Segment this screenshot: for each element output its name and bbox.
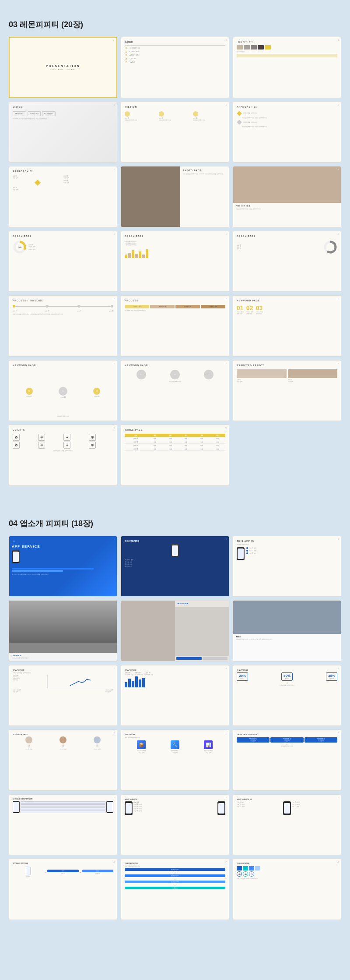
diamond-gray-1 <box>237 120 242 124</box>
ui-detail-heading: UI DETAIL OR WIREFRAME <box>13 798 113 800</box>
section-separator <box>9 499 341 508</box>
wireframe-box-3 <box>21 807 105 810</box>
graph3-content: 항목 01 항목 02 항목 03 <box>237 240 337 255</box>
index-item-1: 01 소개자료현황 <box>125 47 225 50</box>
slide-9-photo2[interactable]: 9 사진 소개 글문 내용을 입력해주세요 내용을 입력해주세요 <box>233 166 341 227</box>
swatch-1 <box>237 45 243 50</box>
slide-app-8-graph2[interactable]: 8 GRAPH PAGE 소제목 01 이 자리에 내용 소제목 02 이 자리… <box>121 665 229 726</box>
design-icon-2: ⊗ <box>243 871 248 877</box>
timeline-dots <box>13 305 113 308</box>
slide-app-14-mainservice[interactable]: 14 MAIN SERVICE 기능 목록 기능 01 - 설명 기능 02 -… <box>121 794 229 856</box>
section2-title: 04 앱소개 피피티 (18장) <box>9 518 341 529</box>
bar-chart <box>125 247 225 258</box>
slide-19-clients[interactable]: 19 CLIENTS ✿ ❈ ✦ ❋ ✿ ❈ ✦ ❋ 클라이언트 소개를 입력해… <box>9 425 117 486</box>
interview-heading: INTERVIEW PAGE <box>13 733 113 736</box>
interview-avatars: 이름 직책 인터뷰 내용 이름 직책 인터뷰 내용 이름 직책 인터뷰 내용 <box>13 736 113 750</box>
pct1-value: 20% <box>239 674 246 678</box>
timeline-labels: 단계 01 단계 02 단계 03 단계 04 <box>13 310 113 312</box>
slide-13-timeline[interactable]: 13 PROCESS / TIMELINE 단계 01 단계 02 단계 03 … <box>9 295 117 357</box>
slide-app-12-problem[interactable]: 12 PROBLEM & STRATEGY PROBLEM 01내용 입력 PR… <box>233 729 341 791</box>
index-item-2: 02 KEYWORD <box>125 50 225 53</box>
slide-2-index[interactable]: 2 INDEX 01 소개자료현황 02 KEYWORD 03 ABOUT US… <box>121 37 229 98</box>
slide-app-7-graph1[interactable]: 7 GRAPH PAGE 그래프 소제목을 입력해주세요 소제목 01 내용을 … <box>9 665 117 726</box>
effect-photo-2 <box>288 369 338 378</box>
slide-8-photo1[interactable]: 8 PHOTO PAGE 사진 설명을 입력해주세요. 이 자리에 사진에 대한… <box>121 166 229 227</box>
slide-app-13-ui[interactable]: 13 UI DETAIL OR WIREFRAME <box>9 794 117 856</box>
avatar-2 <box>60 736 66 743</box>
slide-20-table[interactable]: 20 TABLE PAGE 구분 001 002 003 004 005 항목 … <box>121 425 229 486</box>
swatch-5 <box>265 45 271 50</box>
keyfigure-heading: KEY FIGURE <box>125 733 225 736</box>
process-steps: 프로세스 01 프로세스 02 프로세스 03 프로세스 04 <box>125 305 225 308</box>
section1-grid: 1 PRESENTATION TANGTANG COMPANY 2 INDEX … <box>9 37 341 486</box>
line-chart-svg <box>48 675 113 688</box>
approach01-content: 항목 제목을 입력하세요 내용을 입력해주세요 내용을 입력해주세요 항목 제목… <box>237 111 337 127</box>
client-icon-8: ❋ <box>89 442 96 449</box>
slide-15-keyword1[interactable]: 15 KEYWORD PAGE 01 키워드 제목 설명 내용 02 키워드 제… <box>233 295 341 357</box>
design-icon-1: ⊕ <box>237 871 242 877</box>
effect-content: 소제목 내용 입력 소제목 내용 입력 <box>237 369 337 382</box>
phone-contents <box>171 544 179 557</box>
slide-17-keyword3[interactable]: 17 KEYWORD PAGE K1 K2 K3 내용을 입력해주세요 <box>121 360 229 421</box>
slide-5-mission[interactable]: 5 MISSION 미션 01 내용을 입력해주세요 미션 02 내용을 입력해… <box>121 102 229 163</box>
blue-bar-chart <box>125 676 225 687</box>
slide-app-11-keyfigure[interactable]: 11 KEY FIGURE 핵심 수치를 입력해주세요 📦 KEY FIGURE… <box>121 729 229 791</box>
slide-16-keyword2[interactable]: 16 KEYWORD PAGE K1 키워드01 K2 키워드02 K3 키워드… <box>9 360 117 421</box>
slide-12-graph3[interactable]: 12 GRAPH PAGE 항목 01 항목 02 항목 03 <box>233 231 341 292</box>
slide-11-graph2[interactable]: 11 GRAPH PAGE ● 항목을 입력하세요 ● 항목을 입력하세요 ● … <box>121 231 229 292</box>
graph2-heading: GRAPH PAGE <box>125 235 225 237</box>
slide-app-10-interview[interactable]: 10 INTERVIEW PAGE 이름 직책 인터뷰 내용 이름 직책 인터뷰… <box>9 729 117 791</box>
phone-service-1 <box>125 801 133 815</box>
slide-app-6-photo3[interactable]: TITLE 내용을 입력해주세요 이 자리에 사진에 대한 설명을 입력하세요 <box>233 600 341 662</box>
design-color-2 <box>243 866 248 870</box>
slide-app-1-title[interactable]: 1 APP SERVICE 앱 서비스 소개를 입력해주세요 이 자리에 내용을… <box>9 536 117 597</box>
mission-icon-1 <box>125 111 130 117</box>
mission-heading: MISSION <box>125 106 225 108</box>
slide-app-3-this-app[interactable]: 3 THIS APP IS 이 앱은 무엇인가요? 기능 01 설명 기능 02… <box>233 536 341 597</box>
key-figure-icon-1: 📦 <box>137 740 146 749</box>
app-process-heading: APP MAIN PROCESS <box>13 863 113 864</box>
problem-boxes: PROBLEM 01내용 입력 PROBLEM 02내용 입력 PROBLEM … <box>237 737 337 743</box>
slide-1-title[interactable]: 1 PRESENTATION TANGTANG COMPANY <box>9 37 117 98</box>
wireframe-box-1 <box>21 801 105 804</box>
slide-app-5-photo[interactable]: PHOTO PAGE <box>121 600 229 662</box>
slide-7-approach02[interactable]: 7 APPROACH 02 항목 01내용 입력 항목 02내용 입력 항목 0… <box>9 166 117 227</box>
data-table: 구분 001 002 003 004 005 항목 01 내용 내용 내용 내용 <box>125 434 225 451</box>
index-item-3: 03 ABOUT US <box>125 54 225 57</box>
slide-app-2-contents[interactable]: 2 CONTENTS 01 서비스 소개 02 기능 설명 03 사용 방법 0… <box>121 536 229 597</box>
section1-title: 03 레몬피피티 (20장) <box>9 19 341 30</box>
slide-app-4-overview[interactable]: OVERVIEW 서비스 개요를 입력해주세요 <box>9 600 117 662</box>
mission-icon-3 <box>193 111 198 117</box>
slide-10-graph1[interactable]: 10 GRAPH PAGE 75% 항목 01내용을 입력 그래프 설명 <box>9 231 117 292</box>
section2-grid: 1 APP SERVICE 앱 서비스 소개를 입력해주세요 이 자리에 내용을… <box>9 536 341 920</box>
graph2-legend: ● 항목을 입력하세요 ● 항목을 입력하세요 ● 항목을 입력하세요 <box>125 241 225 246</box>
keyword1-heading: KEYWORD PAGE <box>237 299 337 302</box>
app-graph1-heading: GRAPH PAGE <box>13 669 113 671</box>
slide-app-15-mainservice2[interactable]: 15 MAIN SERVICE 02 기능 A - 설명 기능 B - 설명 기… <box>233 794 341 856</box>
line-chart-area <box>47 675 113 688</box>
main-service2-content: 기능 A - 설명 기능 B - 설명 기능 C - 설명 기능 D - 설명 … <box>237 801 337 815</box>
slide-14-process[interactable]: 14 PROCESS 프로세스 01 프로세스 02 프로세스 03 프로세스 … <box>121 295 229 357</box>
slide-18-effect[interactable]: 18 EXPECTED EFFECT 소제목 내용 입력 소제목 내용 입력 <box>233 360 341 421</box>
slide-app-16-process[interactable]: 16 APP MAIN PROCESS 단계 01 → 처리 단계 02 → 완… <box>9 859 117 920</box>
app-logo-icon <box>12 539 16 543</box>
photo-caption: 사진 소개 글문 내용을 입력해주세요 내용을 입력해주세요 <box>233 203 341 227</box>
slide-3-identity[interactable]: 3 IDENTITY 소시지대장장 <box>233 37 341 98</box>
swatch-2 <box>244 45 250 50</box>
phone-mockup-1 <box>12 550 20 563</box>
slide-app-17-changeprocss[interactable]: 17 CHANGEPROCSS 변경 내용을 입력해주세요 변경 단계 01 ↓… <box>121 859 229 920</box>
main-service2-heading: MAIN SERVICE 02 <box>237 798 337 800</box>
svg-marker-4 <box>13 540 15 542</box>
keyfigure-icons: 📦 KEY FIGURE 1 내용 입력 🔧 KEY FIGURE 2 내용 입… <box>125 740 225 754</box>
slide-6-approach01[interactable]: 6 APPROACH 01 항목 제목을 입력하세요 내용을 입력해주세요 내용… <box>233 102 341 163</box>
slide-app-9-chart[interactable]: 9 CHART PAGE 20% 항목01 50% 항목02 35% 항목03 … <box>233 665 341 726</box>
effect-photo <box>237 369 287 378</box>
design-icon-3: ⊙ <box>249 871 254 877</box>
slide-4-vision[interactable]: 4 VISION KEYWORD KEYWORD KEYWORD 이 자리에 여… <box>9 102 117 163</box>
app-graph2-heading: GRAPH PAGE <box>125 669 225 671</box>
graph1-content: 75% 항목 01내용을 입력 그래프 설명 <box>13 240 113 255</box>
avatar-3 <box>94 736 101 743</box>
photo3-bg <box>233 601 341 634</box>
slide-app-18-design[interactable]: 18 DESIGN SYSTEM ⊕ ⊗ ⊙ 디자인 시스템 설명을 입력해주세… <box>233 859 341 920</box>
approach01-heading: APPROACH 01 <box>237 106 337 108</box>
